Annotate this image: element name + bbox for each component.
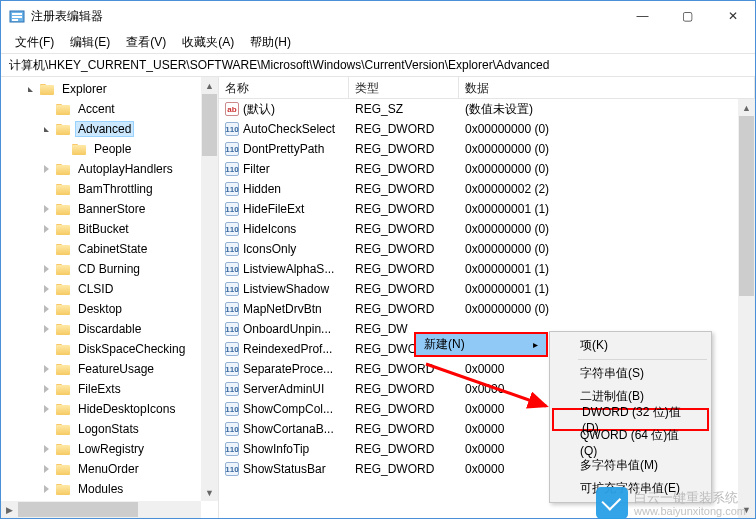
scroll-thumb[interactable] bbox=[739, 116, 754, 296]
context-menu-new[interactable]: 新建(N) ▸ bbox=[414, 332, 548, 357]
tree-item-label: AutoplayHandlers bbox=[75, 162, 176, 176]
value-name: ReindexedProf... bbox=[243, 342, 332, 356]
tree-item-bannerstore[interactable]: BannerStore bbox=[1, 199, 218, 219]
scroll-up-button[interactable]: ▲ bbox=[201, 77, 218, 94]
folder-icon bbox=[56, 382, 72, 396]
tree-item-label: BitBucket bbox=[75, 222, 132, 236]
tree-expander-icon[interactable] bbox=[39, 282, 53, 296]
tree-horizontal-scrollbar[interactable]: ◀ ▶ bbox=[1, 501, 201, 518]
tree-item-diskspacechecking[interactable]: DiskSpaceChecking bbox=[1, 339, 218, 359]
tree-item-desktop[interactable]: Desktop bbox=[1, 299, 218, 319]
tree-expander-icon[interactable] bbox=[23, 82, 37, 96]
scroll-up-button[interactable]: ▲ bbox=[738, 99, 755, 116]
tree-item-hidedesktopicons[interactable]: HideDesktopIcons bbox=[1, 399, 218, 419]
tree-expander-icon[interactable] bbox=[39, 442, 53, 456]
tree-expander-icon[interactable] bbox=[39, 122, 53, 136]
submenu-item[interactable]: 项(K) bbox=[552, 334, 709, 357]
folder-icon bbox=[56, 462, 72, 476]
tree-expander-icon[interactable] bbox=[39, 222, 53, 236]
tree-item-bitbucket[interactable]: BitBucket bbox=[1, 219, 218, 239]
minimize-button[interactable]: — bbox=[620, 1, 665, 31]
tree-item-autoplayhandlers[interactable]: AutoplayHandlers bbox=[1, 159, 218, 179]
tree-expander-icon[interactable] bbox=[39, 162, 53, 176]
tree-expander-icon[interactable] bbox=[39, 362, 53, 376]
tree-expander-icon[interactable] bbox=[39, 202, 53, 216]
window-title: 注册表编辑器 bbox=[31, 8, 620, 25]
menu-favorites[interactable]: 收藏夹(A) bbox=[174, 32, 242, 53]
maximize-button[interactable]: ▢ bbox=[665, 1, 710, 31]
tree-item-label: People bbox=[91, 142, 134, 156]
value-name: HideFileExt bbox=[243, 202, 304, 216]
submenu-item[interactable]: 字符串值(S) bbox=[552, 362, 709, 385]
value-row[interactable]: 110ListviewShadowREG_DWORD0x00000001 (1) bbox=[219, 279, 755, 299]
tree-item-fileexts[interactable]: FileExts bbox=[1, 379, 218, 399]
binary-value-icon: 110 bbox=[225, 322, 239, 336]
menu-view[interactable]: 查看(V) bbox=[118, 32, 174, 53]
value-row[interactable]: 110ListviewAlphaS...REG_DWORD0x00000001 … bbox=[219, 259, 755, 279]
value-type: REG_DWORD bbox=[349, 122, 459, 136]
scroll-thumb-h[interactable] bbox=[18, 502, 138, 517]
tree-expander-icon[interactable] bbox=[39, 402, 53, 416]
tree-item-cabinetstate[interactable]: CabinetState bbox=[1, 239, 218, 259]
tree-item-featureusage[interactable]: FeatureUsage bbox=[1, 359, 218, 379]
column-type[interactable]: 类型 bbox=[349, 77, 459, 98]
tree-item-people[interactable]: People bbox=[1, 139, 218, 159]
tree-item-bamthrottling[interactable]: BamThrottling bbox=[1, 179, 218, 199]
value-row[interactable]: ab(默认)REG_SZ(数值未设置) bbox=[219, 99, 755, 119]
submenu-item[interactable]: 多字符串值(M) bbox=[552, 454, 709, 477]
value-row[interactable]: 110DontPrettyPathREG_DWORD0x00000000 (0) bbox=[219, 139, 755, 159]
value-row[interactable]: 110MapNetDrvBtnREG_DWORD0x00000000 (0) bbox=[219, 299, 755, 319]
tree-item-modules[interactable]: Modules bbox=[1, 479, 218, 499]
tree-vertical-scrollbar[interactable]: ▲ ▼ bbox=[201, 77, 218, 501]
tree-expander-icon[interactable] bbox=[39, 322, 53, 336]
value-row[interactable]: 110HideIconsREG_DWORD0x00000000 (0) bbox=[219, 219, 755, 239]
menu-edit[interactable]: 编辑(E) bbox=[62, 32, 118, 53]
tree-item-logonstats[interactable]: LogonStats bbox=[1, 419, 218, 439]
tree-item-menuorder[interactable]: MenuOrder bbox=[1, 459, 218, 479]
value-row[interactable]: 110HiddenREG_DWORD0x00000002 (2) bbox=[219, 179, 755, 199]
column-data[interactable]: 数据 bbox=[459, 77, 755, 98]
tree-item-explorer[interactable]: Explorer bbox=[1, 79, 218, 99]
tree-item-lowregistry[interactable]: LowRegistry bbox=[1, 439, 218, 459]
tree-expander-icon[interactable] bbox=[39, 462, 53, 476]
tree-item-label: FileExts bbox=[75, 382, 124, 396]
value-name: ShowInfoTip bbox=[243, 442, 309, 456]
submenu-item[interactable]: QWORD (64 位)值(Q) bbox=[552, 431, 709, 454]
tree-expander-icon[interactable] bbox=[39, 302, 53, 316]
folder-icon bbox=[56, 482, 72, 496]
tree-expander-icon[interactable] bbox=[39, 482, 53, 496]
tree-item-clsid[interactable]: CLSID bbox=[1, 279, 218, 299]
scroll-down-button[interactable]: ▼ bbox=[201, 484, 218, 501]
value-row[interactable]: 110AutoCheckSelectREG_DWORD0x00000000 (0… bbox=[219, 119, 755, 139]
tree-item-discardable[interactable]: Discardable bbox=[1, 319, 218, 339]
value-type: REG_DWORD bbox=[349, 402, 459, 416]
tree-item-label: Accent bbox=[75, 102, 118, 116]
value-row[interactable]: 110IconsOnlyREG_DWORD0x00000000 (0) bbox=[219, 239, 755, 259]
tree-item-advanced[interactable]: Advanced bbox=[1, 119, 218, 139]
tree-expander-icon[interactable] bbox=[39, 262, 53, 276]
list-vertical-scrollbar[interactable]: ▲ ▼ bbox=[738, 99, 755, 518]
titlebar: 注册表编辑器 — ▢ ✕ bbox=[1, 1, 755, 31]
close-button[interactable]: ✕ bbox=[710, 1, 755, 31]
column-name[interactable]: 名称 bbox=[219, 77, 349, 98]
value-row[interactable]: 110FilterREG_DWORD0x00000000 (0) bbox=[219, 159, 755, 179]
scroll-right-button[interactable]: ▶ bbox=[1, 501, 18, 518]
tree-item-label: BamThrottling bbox=[75, 182, 156, 196]
tree-item-cd-burning[interactable]: CD Burning bbox=[1, 259, 218, 279]
menu-file[interactable]: 文件(F) bbox=[7, 32, 62, 53]
address-bar[interactable]: 计算机\HKEY_CURRENT_USER\SOFTWARE\Microsoft… bbox=[1, 53, 755, 77]
value-name: ShowCortanaB... bbox=[243, 422, 334, 436]
svg-rect-3 bbox=[12, 19, 18, 21]
menu-help[interactable]: 帮助(H) bbox=[242, 32, 299, 53]
folder-icon bbox=[56, 342, 72, 356]
binary-value-icon: 110 bbox=[225, 342, 239, 356]
value-name: ShowCompCol... bbox=[243, 402, 333, 416]
tree-expander-icon[interactable] bbox=[39, 382, 53, 396]
binary-value-icon: 110 bbox=[225, 422, 239, 436]
scroll-down-button[interactable]: ▼ bbox=[738, 501, 755, 518]
submenu-item[interactable]: 可扩充字符串值(E) bbox=[552, 477, 709, 500]
value-type: REG_DWORD bbox=[349, 302, 459, 316]
scroll-thumb[interactable] bbox=[202, 94, 217, 156]
tree-item-accent[interactable]: Accent bbox=[1, 99, 218, 119]
value-row[interactable]: 110HideFileExtREG_DWORD0x00000001 (1) bbox=[219, 199, 755, 219]
